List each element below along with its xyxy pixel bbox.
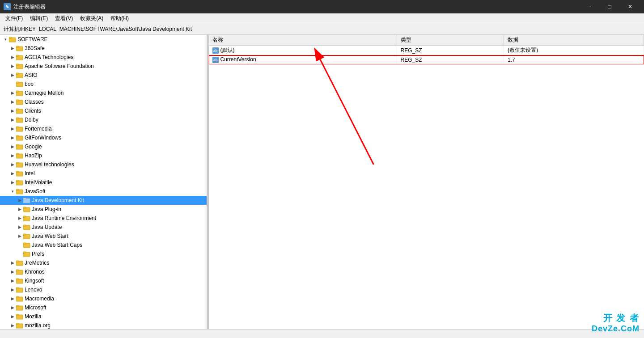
svg-rect-5 <box>16 55 19 56</box>
tree-node[interactable]: ▶ Apache Software Foundation <box>0 62 207 71</box>
no-arrow <box>9 80 16 89</box>
tree-node-label: 360Safe <box>25 45 45 51</box>
tree-node-label: AGEIA Technologies <box>25 54 73 60</box>
svg-rect-9 <box>16 73 19 74</box>
tree-node[interactable]: ▶ Lenovo <box>0 285 207 294</box>
tree-node[interactable]: ▶ IntelVolatile <box>0 178 207 187</box>
expand-arrow-icon: ▶ <box>16 196 23 205</box>
maximize-button[interactable]: □ <box>599 0 620 13</box>
svg-rect-55 <box>16 279 19 280</box>
tree-node[interactable]: ▶ Carnegie Mellon <box>0 89 207 97</box>
menu-item[interactable]: 文件(F) <box>2 13 26 24</box>
tree-node-label: ASIO <box>25 72 38 78</box>
address-bar: 计算机\HKEY_LOCAL_MACHINE\SOFTWARE\JavaSoft… <box>0 24 644 35</box>
reg-type-cell: REG_SZ <box>397 46 504 55</box>
tree-node[interactable]: ▾ JavaSoft <box>0 187 207 196</box>
close-button[interactable]: ✕ <box>620 0 640 13</box>
expand-arrow-icon: ▶ <box>9 151 16 160</box>
tree-node[interactable]: ▶ Google <box>0 142 207 151</box>
svg-rect-33 <box>16 180 19 182</box>
tree-node[interactable]: ▶ Mozilla <box>0 312 207 321</box>
tree-node[interactable]: ▶ Java Web Start <box>0 232 207 241</box>
reg-type-cell: REG_SZ <box>397 55 504 64</box>
tree-node[interactable]: ▶ JreMetrics <box>0 258 207 267</box>
no-arrow <box>16 241 23 249</box>
folder-icon <box>9 36 16 42</box>
tree-node[interactable]: Prefs <box>0 249 207 258</box>
tree-node-label: HaoZip <box>25 152 42 159</box>
tree-node[interactable]: ▶ Java Runtime Environment <box>0 214 207 223</box>
folder-icon <box>16 135 23 141</box>
svg-rect-43 <box>23 225 26 226</box>
tree-node[interactable]: ▶ Classes <box>0 97 207 106</box>
folder-icon <box>16 54 23 60</box>
folder-icon <box>16 313 23 320</box>
tree-node[interactable]: ▶ Khronos <box>0 267 207 276</box>
svg-rect-51 <box>16 261 19 262</box>
svg-rect-31 <box>16 171 19 173</box>
tree-node[interactable]: ▶ Java Plug-in <box>0 205 207 214</box>
folder-icon <box>23 206 30 212</box>
menu-item[interactable]: 帮助(H) <box>107 13 132 24</box>
expand-arrow-icon: ▶ <box>9 294 16 303</box>
tree-node[interactable]: ▶ 360Safe <box>0 44 207 53</box>
tree-node[interactable]: ▶ Microsoft <box>0 303 207 312</box>
folder-icon <box>16 269 23 275</box>
tree-node[interactable]: bob <box>0 80 207 89</box>
tree-node[interactable]: ▶ ASIO <box>0 71 207 80</box>
table-header-row: 名称 类型 数据 <box>209 35 644 46</box>
tree-node[interactable]: ▶ HaoZip <box>0 151 207 160</box>
svg-rect-45 <box>23 234 26 235</box>
tree-node[interactable]: ▶ Huawei technologies <box>0 160 207 169</box>
title-bar-title: 注册表编辑器 <box>13 3 46 11</box>
menu-item[interactable]: 收藏夹(A) <box>76 13 107 24</box>
tree-node[interactable]: ▶ Kingsoft <box>0 276 207 285</box>
menu-item[interactable]: 编辑(E) <box>26 13 51 24</box>
folder-icon <box>16 260 23 266</box>
minimize-button[interactable]: ─ <box>579 0 599 13</box>
tree-node[interactable]: ▶ Clients <box>0 106 207 115</box>
title-bar: ✎ 注册表编辑器 ─ □ ✕ <box>0 0 644 13</box>
tree-node-label: JreMetrics <box>25 260 49 266</box>
svg-rect-61 <box>16 305 19 307</box>
tree-node[interactable]: ▶ AGEIA Technologies <box>0 53 207 62</box>
expand-arrow-icon: ▾ <box>9 187 16 196</box>
tree-node-label: Java Development Kit <box>32 197 84 203</box>
tree-pane[interactable]: ▾ SOFTWARE▶ 360Safe▶ AGEIA Technologies▶… <box>0 35 207 329</box>
col-name: 名称 <box>209 35 397 46</box>
folder-icon <box>16 278 23 284</box>
tree-node[interactable]: ▶ Macromedia <box>0 294 207 303</box>
tree-node-label: Google <box>25 144 42 150</box>
expand-arrow-icon: ▶ <box>9 276 16 285</box>
tree-node-label: SOFTWARE <box>17 36 48 42</box>
folder-icon <box>16 90 23 96</box>
title-bar-left: ✎ 注册表编辑器 <box>4 3 46 11</box>
reg-data-cell: (数值未设置) <box>504 46 644 55</box>
tree-node[interactable]: ▶ Java Update <box>0 223 207 232</box>
table-row[interactable]: ab(默认)REG_SZ(数值未设置) <box>209 46 644 55</box>
tree-node-label: Apache Software Foundation <box>25 63 94 69</box>
tree-node-label: Java Runtime Environment <box>32 215 96 221</box>
tree-node[interactable]: ▶ Dolby <box>0 115 207 124</box>
tree-node[interactable]: ▶ Java Development Kit <box>0 196 207 205</box>
tree-node-label: Java Update <box>32 224 62 230</box>
svg-rect-19 <box>16 118 19 119</box>
svg-rect-41 <box>23 216 26 217</box>
tree-node[interactable]: ▶ Fortemedia <box>0 124 207 133</box>
tree-node[interactable]: ▶ GitForWindows <box>0 133 207 142</box>
folder-icon <box>16 304 23 311</box>
annotation-arrow <box>209 35 644 329</box>
folder-icon <box>16 144 23 150</box>
tree-node[interactable]: ▾ SOFTWARE <box>0 35 207 44</box>
folder-icon <box>16 117 23 123</box>
svg-rect-15 <box>16 100 19 101</box>
svg-rect-39 <box>23 207 26 208</box>
tree-node[interactable]: ▶ Intel <box>0 169 207 178</box>
svg-rect-59 <box>16 296 19 298</box>
menu-item[interactable]: 查看(V) <box>51 13 76 24</box>
svg-rect-13 <box>16 91 19 92</box>
tree-node[interactable]: Java Web Start Caps <box>0 241 207 249</box>
folder-icon <box>16 161 23 168</box>
tree-node[interactable]: ▶ mozilla.org <box>0 321 207 329</box>
table-row[interactable]: abCurrentVersionREG_SZ1.7 <box>209 55 644 64</box>
